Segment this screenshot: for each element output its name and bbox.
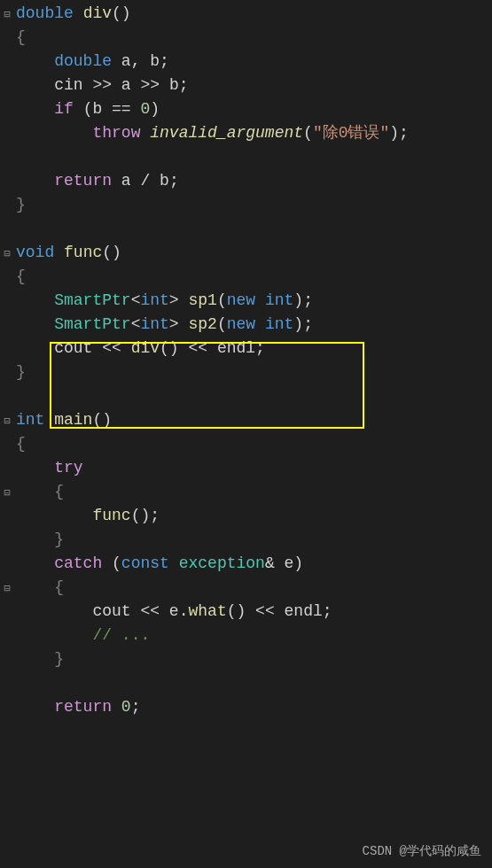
keyword-double: double	[16, 4, 74, 22]
open-brace: {	[16, 28, 26, 46]
function-name: func	[64, 244, 102, 261]
keyword-try: try	[54, 459, 82, 477]
keyword-void: void	[16, 244, 54, 261]
fold-icon[interactable]: ⊟	[4, 485, 10, 501]
fold-icon[interactable]: ⊟	[4, 414, 10, 430]
keyword-int: int	[16, 411, 44, 429]
fold-icon[interactable]: ⊟	[4, 581, 10, 597]
function-name: div	[83, 4, 112, 22]
comment: // ...	[92, 626, 150, 644]
function-main: main	[54, 411, 92, 429]
keyword-if: if	[54, 100, 74, 118]
watermark: CSDN @学代码的咸鱼	[363, 842, 481, 861]
class-smartptr: SmartPtr	[54, 291, 130, 309]
keyword-return: return	[54, 172, 112, 190]
keyword-catch: catch	[54, 554, 102, 572]
close-brace: }	[16, 196, 26, 213]
keyword-throw: throw	[92, 124, 140, 142]
fold-icon[interactable]: ⊟	[4, 246, 10, 262]
fold-icon[interactable]: ⊟	[4, 7, 10, 23]
code-editor[interactable]: ⊟double div() { double a, b; cin >> a >>…	[0, 0, 492, 719]
